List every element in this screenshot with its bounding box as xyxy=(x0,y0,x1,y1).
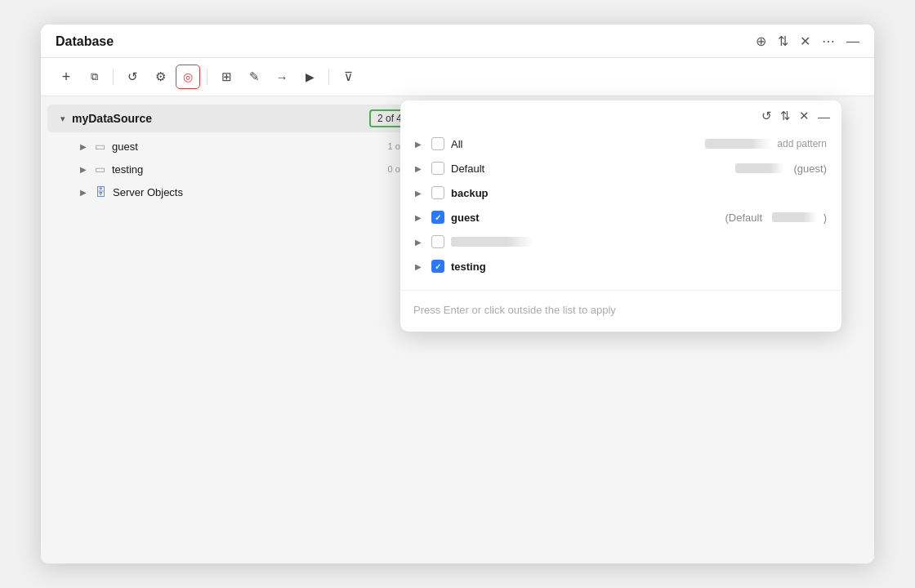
edit-button[interactable]: ✎ xyxy=(242,65,266,89)
testing-item-chevron-icon: ▶ xyxy=(415,262,425,271)
popup-item-guest[interactable]: ▶ guest (Default ) xyxy=(408,205,833,229)
testing-item-label: testing xyxy=(451,261,827,273)
server-objects-icon: 🗄 xyxy=(95,185,106,198)
all-chevron-icon: ▶ xyxy=(415,140,425,149)
window-title: Database xyxy=(56,34,114,49)
popup-close-icon[interactable]: ✕ xyxy=(799,109,810,123)
popup-item-default[interactable]: ▶ Default (guest) xyxy=(408,156,833,180)
guest-item-label: guest xyxy=(451,212,716,224)
toolbar: + ⧉ ↺ ⚙ ◎ ⊞ ✎ → ▶ ⊽ xyxy=(41,58,874,96)
refresh-button[interactable]: ↺ xyxy=(120,65,145,89)
popup-item-backup[interactable]: ▶ backup xyxy=(408,180,833,205)
popup-footer: Press Enter or click outside the list to… xyxy=(400,290,841,332)
testing-checkbox[interactable] xyxy=(431,260,444,273)
guest-checkbox[interactable] xyxy=(431,211,444,224)
default-label: Default xyxy=(451,163,725,175)
grid-button[interactable]: ⊞ xyxy=(214,65,239,89)
root-label: myDataSource xyxy=(72,112,364,125)
guest-label: guest xyxy=(112,140,382,153)
default-checkbox[interactable] xyxy=(431,162,444,175)
backup-label: backup xyxy=(451,187,827,199)
tree-child-guest[interactable]: ▶ ▭ guest 1 of 4 xyxy=(47,136,418,157)
popup-header: ↺ ⇅ ✕ — xyxy=(400,100,841,128)
guest-icon: ▭ xyxy=(95,140,105,153)
all-checkbox[interactable] xyxy=(431,137,444,150)
backup-chevron-icon: ▶ xyxy=(415,189,425,198)
guest-item-chevron-icon: ▶ xyxy=(415,213,425,222)
filter-button[interactable]: ⊽ xyxy=(336,65,360,89)
popup-item-testing[interactable]: ▶ testing xyxy=(408,254,833,278)
popup-item-all[interactable]: ▶ All add pattern xyxy=(408,131,833,156)
testing-chevron-icon: ▶ xyxy=(80,165,87,174)
root-chevron-icon: ▾ xyxy=(60,114,65,124)
blurred-chevron-icon: ▶ xyxy=(415,238,425,247)
default-chevron-icon: ▶ xyxy=(415,164,425,173)
all-label: All xyxy=(451,138,695,150)
close-icon[interactable]: ✕ xyxy=(800,35,810,48)
tree-root-item[interactable]: ▾ myDataSource 2 of 4 xyxy=(47,105,418,132)
tree-child-server-objects[interactable]: ▶ 🗄 Server Objects xyxy=(47,181,418,203)
title-bar-actions: ⊕ ⇅ ✕ ⋯ — xyxy=(756,35,859,48)
backup-checkbox[interactable] xyxy=(431,186,444,199)
blurred-checkbox[interactable] xyxy=(431,235,444,248)
title-bar: Database ⊕ ⇅ ✕ ⋯ — xyxy=(41,24,874,58)
add-button[interactable]: + xyxy=(54,65,78,89)
all-blurred-text xyxy=(705,139,770,149)
main-content: ▾ myDataSource 2 of 4 ▶ ▭ guest 1 of 4 ▶… xyxy=(41,96,874,564)
popup-item-blurred[interactable]: ▶ xyxy=(408,229,833,254)
settings-button[interactable]: ⚙ xyxy=(148,65,172,89)
main-window: Database ⊕ ⇅ ✕ ⋯ — + ⧉ ↺ ⚙ ◎ ⊞ ✎ → ▶ ⊽ ▾… xyxy=(41,24,874,564)
tree-panel: ▾ myDataSource 2 of 4 ▶ ▭ guest 1 of 4 ▶… xyxy=(41,96,425,564)
minus-icon[interactable]: — xyxy=(846,35,859,48)
default-blurred-text xyxy=(735,163,784,173)
all-add-pattern[interactable]: add pattern xyxy=(777,138,827,149)
blurred-item-text xyxy=(451,237,533,247)
toolbar-divider-1 xyxy=(113,69,114,85)
updown-icon[interactable]: ⇅ xyxy=(778,35,788,48)
tree-child-testing[interactable]: ▶ ▭ testing 0 of 3 xyxy=(47,158,418,180)
popup-updown-icon[interactable]: ⇅ xyxy=(780,109,791,123)
guest-chevron-icon: ▶ xyxy=(80,142,87,151)
default-sublabel: (guest) xyxy=(791,163,827,175)
copy-button[interactable]: ⧉ xyxy=(82,65,106,89)
popup-items-list: ▶ All add pattern ▶ Default (guest) ▶ xyxy=(400,128,841,287)
popup-footer-text: Press Enter or click outside the list to… xyxy=(413,302,828,318)
popup-refresh-icon[interactable]: ↺ xyxy=(761,109,772,123)
target-button[interactable]: ◎ xyxy=(176,65,200,89)
guest-item-closeparen: ) xyxy=(824,212,827,224)
dropdown-popup: ↺ ⇅ ✕ — ▶ All add pattern ▶ Def xyxy=(400,100,841,332)
testing-label: testing xyxy=(112,163,382,176)
crosshair-icon[interactable]: ⊕ xyxy=(756,35,766,48)
server-objects-label: Server Objects xyxy=(113,186,183,198)
ellipsis-icon[interactable]: ⋯ xyxy=(822,35,835,48)
toolbar-divider-3 xyxy=(328,69,329,85)
server-objects-chevron-icon: ▶ xyxy=(80,188,87,197)
toolbar-divider-2 xyxy=(207,69,208,85)
testing-icon: ▭ xyxy=(95,163,105,176)
guest-item-sublabel: (Default xyxy=(722,212,765,224)
play-button[interactable]: ▶ xyxy=(297,65,322,89)
popup-minus-icon[interactable]: — xyxy=(818,109,830,123)
guest-blurred-text xyxy=(772,212,817,222)
arrow-button[interactable]: → xyxy=(270,65,294,89)
